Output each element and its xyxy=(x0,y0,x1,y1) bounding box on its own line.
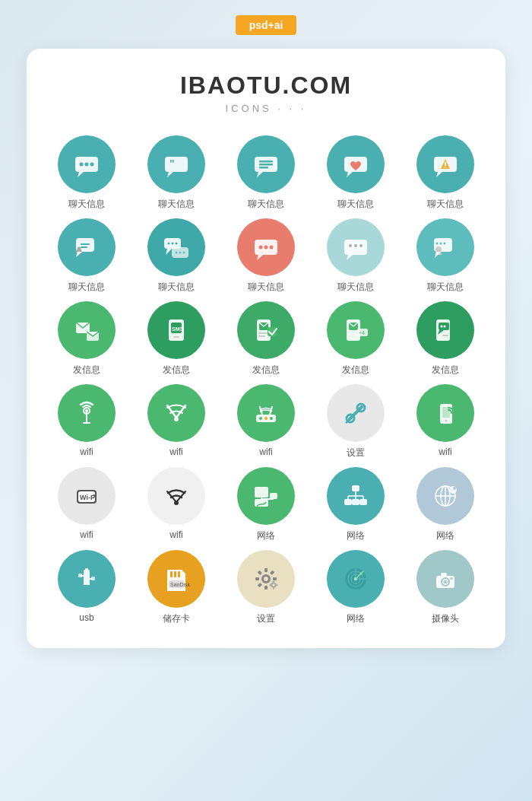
svg-point-138 xyxy=(272,583,275,586)
icon-grid: 聊天信息 " 聊天信息 xyxy=(42,135,490,625)
icon-item-send-email: 发信息 xyxy=(49,301,125,377)
svg-point-150 xyxy=(359,572,363,575)
svg-line-86 xyxy=(347,421,348,422)
icon-label: 网络 xyxy=(257,529,275,542)
svg-point-79 xyxy=(264,417,268,420)
svg-point-32 xyxy=(179,252,182,254)
icon-label: 聊天信息 xyxy=(68,281,105,294)
icon-item-send-sms: SMS 发信息 xyxy=(138,301,214,377)
icon-item-radar: 网络 xyxy=(318,550,394,625)
svg-point-26 xyxy=(168,243,170,245)
svg-rect-94 xyxy=(255,487,268,497)
svg-point-27 xyxy=(172,243,174,245)
svg-rect-133 xyxy=(270,571,274,575)
svg-rect-120 xyxy=(78,574,82,577)
svg-point-89 xyxy=(445,420,448,422)
svg-point-28 xyxy=(176,243,178,245)
icon-item-chat-warning: 聊天信息 xyxy=(407,135,483,211)
svg-point-47 xyxy=(440,243,442,245)
icon-item-wifi-tower: wifi xyxy=(49,384,125,457)
svg-line-83 xyxy=(350,407,362,419)
svg-marker-7 xyxy=(167,172,173,177)
svg-text:": " xyxy=(169,157,175,170)
icon-label: 发信息 xyxy=(342,364,369,377)
icon-label: 聊天信息 xyxy=(248,198,284,211)
svg-rect-56 xyxy=(173,336,179,338)
icon-row-6: usb SanDisk 储存卡 xyxy=(42,550,490,625)
svg-rect-9 xyxy=(259,161,273,163)
icon-label: wifi xyxy=(169,447,182,457)
icon-label: 摄像头 xyxy=(432,612,459,625)
svg-rect-135 xyxy=(258,571,262,575)
svg-point-35 xyxy=(259,246,263,250)
icon-label: 聊天信息 xyxy=(248,281,284,294)
top-badge: psd+ai xyxy=(236,15,297,35)
icon-item-chat-dots: 聊天信息 xyxy=(49,135,125,211)
svg-rect-142 xyxy=(276,584,277,586)
icon-item-settings-gear: 设置 xyxy=(228,550,304,625)
icon-label: 网络 xyxy=(436,529,454,542)
icon-label: usb xyxy=(79,612,93,623)
svg-rect-116 xyxy=(82,585,91,590)
card-title: IBAOTU.COM xyxy=(42,72,490,100)
svg-point-46 xyxy=(436,243,439,245)
svg-rect-60 xyxy=(258,335,265,337)
svg-rect-121 xyxy=(91,577,95,580)
icon-label: wifi xyxy=(439,447,451,457)
svg-rect-59 xyxy=(258,332,268,334)
icon-item-wifi-phone: wifi xyxy=(407,384,483,457)
svg-rect-141 xyxy=(270,584,271,586)
icon-label: 网络 xyxy=(347,529,365,542)
icon-label: 发信息 xyxy=(73,364,100,377)
icon-item-wifi-router: wifi xyxy=(228,384,304,457)
icon-item-chat-lines: 聊天信息 xyxy=(228,135,304,211)
icon-label: wifi xyxy=(80,447,93,457)
icon-label: 聊天信息 xyxy=(337,281,374,294)
icon-item-chat-heart: 聊天信息 xyxy=(318,135,394,211)
icon-label: 设置 xyxy=(347,447,365,459)
icon-item-sd-card: SanDisk 储存卡 xyxy=(138,550,214,625)
svg-rect-130 xyxy=(264,586,268,590)
icon-label: 聊天信息 xyxy=(427,198,464,211)
svg-text:+4: +4 xyxy=(359,330,365,335)
svg-point-37 xyxy=(270,246,274,250)
svg-rect-140 xyxy=(273,587,274,589)
icon-label: 发信息 xyxy=(432,364,459,377)
icon-item-chat-person: 聊天信息 xyxy=(49,218,125,294)
svg-rect-129 xyxy=(264,568,268,572)
svg-point-33 xyxy=(183,252,185,254)
svg-rect-156 xyxy=(450,577,453,580)
icon-label: 发信息 xyxy=(163,364,190,377)
card-subtitle: ICONS · · · xyxy=(42,103,490,114)
svg-rect-88 xyxy=(442,407,450,418)
svg-marker-43 xyxy=(347,255,353,260)
svg-point-113 xyxy=(449,486,457,494)
svg-rect-22 xyxy=(81,243,90,245)
svg-point-1 xyxy=(80,163,84,167)
svg-rect-10 xyxy=(259,164,273,166)
svg-text:SMS: SMS xyxy=(172,326,184,332)
svg-point-78 xyxy=(259,417,262,420)
svg-point-18 xyxy=(445,167,446,168)
svg-rect-124 xyxy=(178,571,180,577)
svg-rect-11 xyxy=(259,167,268,169)
icon-item-wifi-logo: Wi-Fi wifi xyxy=(49,467,125,540)
icon-label: 聊天信息 xyxy=(68,198,105,211)
svg-rect-155 xyxy=(441,573,447,577)
svg-point-68 xyxy=(441,326,443,328)
svg-point-3 xyxy=(90,163,94,167)
icon-item-network-sphere: 网络 xyxy=(407,467,483,542)
svg-rect-123 xyxy=(174,571,176,577)
svg-point-128 xyxy=(264,577,268,581)
svg-marker-12 xyxy=(257,172,263,177)
svg-rect-117 xyxy=(85,568,88,571)
svg-rect-122 xyxy=(170,571,173,577)
icon-item-camera: 摄像头 xyxy=(407,550,483,625)
svg-marker-29 xyxy=(166,249,172,255)
svg-rect-131 xyxy=(255,577,259,580)
svg-text:SanDisk: SanDisk xyxy=(170,582,191,587)
svg-rect-71 xyxy=(442,335,448,336)
svg-rect-134 xyxy=(258,583,262,587)
icon-row-1: 聊天信息 " 聊天信息 xyxy=(42,135,490,211)
svg-marker-14 xyxy=(347,172,353,177)
